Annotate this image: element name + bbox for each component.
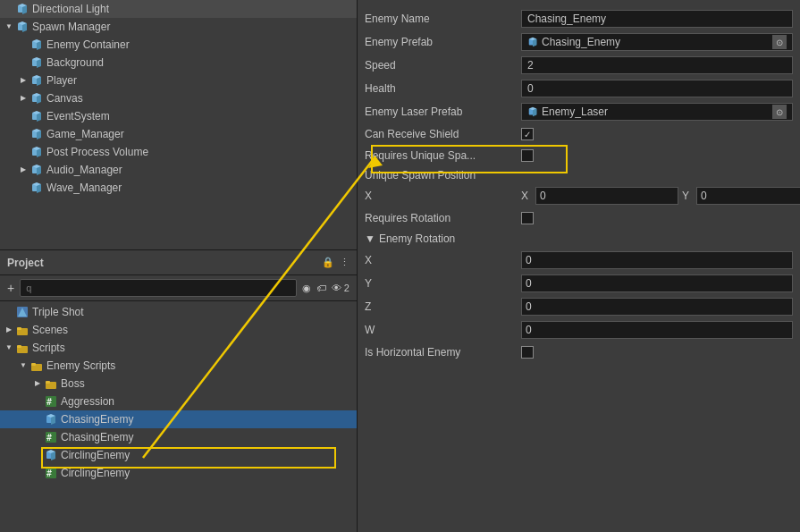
svg-rect-40 (31, 363, 36, 366)
project-item-boss[interactable]: Boss (0, 375, 357, 393)
search-input[interactable] (20, 279, 297, 297)
inspector-row-requires-unique-spawn: Requires Unique Spa... (365, 145, 793, 166)
project-icon-enemy-scripts (30, 359, 43, 372)
menu-icon[interactable]: ⋮ (340, 257, 349, 268)
inspector-value-enemy-name[interactable]: Chasing_Enemy (521, 10, 793, 28)
ref-btn-enemy-laser-prefab[interactable]: ⊙ (772, 105, 787, 119)
inspector-label-is-horizontal-enemy: Is Horizontal Enemy (365, 346, 521, 359)
inspector-fields: Enemy NameChasing_EnemyEnemy PrefabChasi… (365, 7, 793, 363)
xyz-input-x-unique-spawn-x[interactable] (535, 187, 678, 205)
hierarchy-item-enemy-container[interactable]: Enemy Container (0, 36, 357, 54)
inspector-label-unique-spawn-x: X (365, 190, 521, 202)
checkbox-wrap-can-receive-shield (521, 128, 793, 140)
project-item-scripts[interactable]: Scripts (0, 339, 357, 357)
hierarchy-item-wave-manager[interactable]: Wave_Manager (0, 179, 357, 197)
hierarchy-item-background[interactable]: Background (0, 54, 357, 72)
checkbox-wrap-requires-unique-spawn (521, 149, 793, 162)
hierarchy-item-spawn-manager[interactable]: Spawn Manager (0, 18, 357, 36)
project-arrow-boss (32, 378, 43, 389)
project-label-circling-enemy: CirclingEnemy (61, 449, 130, 461)
project-item-enemy-scripts[interactable]: Enemy Scripts (0, 357, 357, 375)
lock-icon[interactable]: 🔒 (322, 257, 334, 268)
checkbox-can-receive-shield[interactable] (521, 128, 534, 140)
inspector-label-health: Health (365, 82, 521, 95)
checkbox-requires-unique-spawn[interactable] (521, 149, 534, 162)
ref-name-enemy-prefab: Chasing_Enemy (542, 36, 772, 48)
cube-icon-wave-manager (30, 182, 43, 194)
section-enemy-rotation-label: ▼Enemy Rotation (365, 229, 793, 249)
project-item-chasing-enemy-cs[interactable]: ChasingEnemy (0, 410, 357, 428)
cube-icon-enemy-container (30, 38, 43, 51)
project-icon-scenes (16, 324, 29, 336)
arrow-audio-manager (18, 165, 29, 175)
project-item-circling-enemy[interactable]: CirclingEnemy (0, 446, 357, 464)
project-icon-aggression: # (45, 395, 57, 408)
left-panel: Directional LightSpawn ManagerEnemy Cont… (0, 0, 358, 532)
xyz-label-x-unique-spawn-x: X (521, 190, 532, 202)
ref-btn-enemy-prefab[interactable]: ⊙ (772, 35, 787, 49)
inspector-value-speed[interactable]: 2 (521, 56, 793, 74)
hierarchy-item-post-process-volume[interactable]: Post Process Volume (0, 143, 357, 161)
single-num-wrap-rotation-y (521, 274, 793, 292)
eye-icon[interactable]: 👁 2 (332, 283, 349, 293)
single-num-wrap-rotation-w (521, 321, 793, 339)
hierarchy-label-enemy-container: Enemy Container (46, 38, 130, 51)
checkbox-requires-rotation[interactable] (521, 212, 534, 224)
checkbox-is-horizontal-enemy[interactable] (521, 346, 534, 359)
single-num-rotation-w[interactable] (521, 321, 793, 339)
single-num-wrap-rotation-z (521, 298, 793, 316)
inspector-label-can-receive-shield: Can Receive Shield (365, 128, 521, 140)
inspector-row-speed: Speed2 (365, 54, 793, 77)
xyz-label-y-unique-spawn-x: Y (682, 190, 693, 202)
svg-text:#: # (46, 397, 52, 407)
inspector-label-rotation-x: X (365, 254, 521, 266)
project-icon-scripts (16, 342, 29, 354)
project-label-circling-enemy-2: CirclingEnemy (61, 467, 130, 479)
project-label-triple-shot: Triple Shot (32, 306, 84, 318)
hierarchy-label-background: Background (46, 56, 104, 69)
hierarchy-item-game-manager[interactable]: Game_Manager (0, 125, 357, 143)
project-label-scenes: Scenes (32, 324, 68, 336)
hierarchy-item-directional-light[interactable]: Directional Light (0, 0, 357, 18)
ref-name-enemy-laser-prefab: Enemy_Laser (542, 106, 772, 118)
single-num-rotation-x[interactable] (521, 251, 793, 269)
cube-icon-spawn-manager (16, 21, 29, 33)
project-item-triple-shot[interactable]: Triple Shot (0, 303, 357, 321)
hierarchy-item-eventsystem[interactable]: EventSystem (0, 107, 357, 125)
right-panel: Enemy NameChasing_EnemyEnemy PrefabChasi… (358, 0, 800, 532)
cube-icon-player (30, 74, 43, 87)
project-arrow-scenes (4, 325, 14, 335)
project-icon-circling-enemy-2: # (45, 467, 57, 479)
project-tree: Triple ShotScenesScriptsEnemy ScriptsBos… (0, 301, 357, 532)
section-arrow-enemy-rotation-label[interactable]: ▼ (365, 232, 375, 245)
project-item-scenes[interactable]: Scenes (0, 321, 357, 339)
xyz-input-y-unique-spawn-x[interactable] (696, 187, 800, 205)
project-item-chasing-enemy-2[interactable]: #ChasingEnemy (0, 428, 357, 446)
single-num-wrap-rotation-x (521, 251, 793, 269)
project-item-circling-enemy-2[interactable]: #CirclingEnemy (0, 464, 357, 482)
hierarchy-label-eventsystem: EventSystem (46, 110, 110, 122)
hierarchy-item-player[interactable]: Player (0, 72, 357, 89)
inspector-content: Enemy NameChasing_EnemyEnemy PrefabChasi… (358, 0, 800, 532)
inspector-label-speed: Speed (365, 59, 521, 72)
hierarchy-item-canvas[interactable]: Canvas (0, 89, 357, 107)
inspector-value-health[interactable]: 0 (521, 80, 793, 97)
project-item-aggression[interactable]: #Aggression (0, 393, 357, 410)
project-label-boss: Boss (61, 377, 85, 390)
hierarchy-label-game-manager: Game_Manager (46, 128, 124, 140)
inspector-label-rotation-w: W (365, 324, 521, 336)
project-label-aggression: Aggression (61, 395, 114, 408)
checkbox-wrap-is-horizontal-enemy (521, 346, 793, 359)
filter-icon[interactable]: ◉ (302, 283, 311, 294)
section-label-enemy-rotation-label: Enemy Rotation (379, 232, 455, 245)
single-num-rotation-y[interactable] (521, 274, 793, 292)
object-ref-enemy-prefab[interactable]: Chasing_Enemy⊙ (521, 33, 793, 51)
hierarchy-label-player: Player (46, 74, 77, 87)
add-icon[interactable]: + (7, 281, 14, 295)
inspector-label-requires-rotation: Requires Rotation (365, 212, 521, 224)
object-ref-enemy-laser-prefab[interactable]: Enemy_Laser⊙ (521, 103, 793, 121)
hierarchy-item-audio-manager[interactable]: Audio_Manager (0, 161, 357, 179)
inspector-row-rotation-y: Y (365, 272, 793, 295)
tag-icon[interactable]: 🏷 (316, 283, 326, 293)
single-num-rotation-z[interactable] (521, 298, 793, 316)
